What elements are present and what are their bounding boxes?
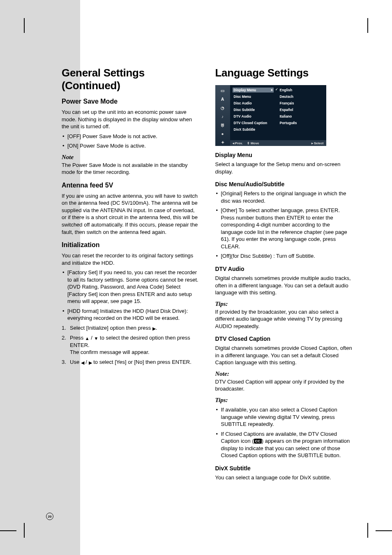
osd-footer: ◂ Prev. ⇕ Move ▸ Select <box>230 140 326 146</box>
osd-lang-item: Español <box>279 107 324 112</box>
paragraph: You can select a language code for DivX … <box>215 474 353 481</box>
note-label: Note <box>62 154 200 161</box>
paragraph: Digital channels sometimes provide multi… <box>215 275 353 296</box>
tips-body: If provided by the broadcaster, you can … <box>215 308 353 330</box>
list-item: [Off](for Disc Subtitle) : Turn off Subt… <box>215 252 353 260</box>
osd-icon-column: ▭ A ◔ ♪ ⛨ ● ✦ <box>215 85 230 146</box>
osd-lang-item: Français <box>279 101 324 106</box>
osd-screenshot: ▭ A ◔ ♪ ⛨ ● ✦ Display Menu Disc Menu Dis… <box>215 85 326 146</box>
step-number: 3. <box>62 358 66 366</box>
list-item: If available, you can also select a Clos… <box>215 406 353 428</box>
language-icon: A <box>220 96 226 102</box>
note-body: DTV Closed Caption will appear only if p… <box>215 378 353 393</box>
page-number: 20 <box>46 513 53 520</box>
cc-icon: CC <box>254 439 262 444</box>
tv-icon: ▭ <box>220 88 226 93</box>
crop-mark <box>0 530 16 531</box>
right-column: Language Settings ▭ A ◔ ♪ ⛨ ● ✦ Display … <box>215 67 353 483</box>
osd-menu-item: DTV Audio <box>233 114 274 119</box>
up-triangle-icon: ▲ <box>85 336 90 341</box>
step-number: 2. <box>62 334 66 342</box>
list-item: [HDD format] Initializes the HDD (Hard D… <box>62 308 200 322</box>
list-item: [ON] Power Save Mode is active. <box>62 142 200 150</box>
paragraph: If you are using an active antenna, you … <box>62 192 200 236</box>
osd-lang-item: Italiano <box>279 114 324 119</box>
osd-menu-list: Display Menu Disc Menu Disc Audio Disc S… <box>230 85 276 146</box>
lock-icon: ⛨ <box>220 122 226 128</box>
left-triangle-icon: ◀ <box>81 360 84 365</box>
step-item: 1. Select [Initialize] option then press… <box>62 324 200 332</box>
audio-icon: ♪ <box>220 113 226 119</box>
step-text: . <box>156 325 157 331</box>
crop-mark <box>376 530 392 531</box>
step-text: Use <box>70 359 81 365</box>
record-icon: ● <box>220 131 226 136</box>
right-triangle-icon: ▶ <box>89 360 92 365</box>
osd-lang-item: Deutsch <box>279 94 324 99</box>
step-text: The confirm message will appear. <box>70 349 150 355</box>
osd-footer-move: ⇕ Move <box>247 141 259 145</box>
tips-label: Tips: <box>215 397 353 404</box>
down-triangle-icon: ▼ <box>94 336 99 341</box>
step-text: / <box>90 335 94 341</box>
heading-dtv-cc: DTV Closed Caption <box>215 335 353 342</box>
tips-label: Tips: <box>215 301 353 308</box>
paragraph: You can set up the unit into an economic… <box>62 109 200 130</box>
section-title: General Settings (Continued) <box>62 67 200 92</box>
right-triangle-icon: ▶ <box>152 326 156 331</box>
osd-menu-item: DivX Subtitle <box>233 127 274 132</box>
osd-footer-prev: ◂ Prev. <box>233 141 243 145</box>
osd-menu-item: Disc Audio <box>233 101 274 106</box>
osd-footer-select: ▸ Select <box>311 141 324 145</box>
osd-language-list: English Deutsch Français Español Italian… <box>276 85 326 146</box>
page-content: General Settings (Continued) Power Save … <box>62 67 353 483</box>
step-text: Select [Initialize] option then press <box>70 325 152 331</box>
left-column: General Settings (Continued) Power Save … <box>62 67 200 483</box>
paragraph: Digital channels sometimes provide Close… <box>215 345 353 366</box>
crop-mark <box>367 18 368 33</box>
crop-mark <box>367 523 368 538</box>
list-item: [Factory Set] If you need to, you can re… <box>62 269 200 305</box>
heading-antenna: Antenna feed 5V <box>62 182 200 189</box>
heading-disc-menu: Disc Menu/Audio/Subtitle <box>215 181 353 187</box>
step-text: / <box>84 359 89 365</box>
heading-power-save: Power Save Mode <box>62 98 200 105</box>
list-item: [OFF] Power Save Mode is not active. <box>62 133 200 140</box>
list-item: If Closed Captions are available, the DT… <box>215 430 353 459</box>
osd-menu-item: Display Menu <box>233 88 274 92</box>
disc-icon: ◔ <box>220 105 226 111</box>
step-item: 3. Use ◀ / ▶ to select [Yes] or [No] the… <box>62 358 200 366</box>
section-title: Language Settings <box>215 67 353 79</box>
heading-display-menu: Display Menu <box>215 152 353 158</box>
list-item: [Original] Refers to the original langua… <box>215 190 353 204</box>
note-label: Note: <box>215 370 353 377</box>
paragraph: Select a language for the Setup menu and… <box>215 161 353 175</box>
osd-menu-item: DTV Closed Caption <box>233 120 274 125</box>
heading-initialization: Initialization <box>62 241 200 249</box>
crop-mark <box>24 18 25 33</box>
heading-divx: DivX Subtitle <box>215 465 353 472</box>
list-item: [Other] To select another language, pres… <box>215 207 353 250</box>
osd-menu-item: Disc Menu <box>233 94 274 99</box>
osd-lang-item: Português <box>279 120 324 125</box>
step-number: 1. <box>62 324 66 332</box>
osd-lang-item: English <box>279 88 324 92</box>
note-body: The Power Save Mode is not available in … <box>62 162 200 176</box>
heading-dtv-audio: DTV Audio <box>215 266 353 272</box>
step-item: 2. Press ▲ / ▼ to select the desired opt… <box>62 334 200 356</box>
crop-mark <box>24 523 25 538</box>
step-text: to select [Yes] or [No] then press ENTER… <box>92 359 191 365</box>
osd-menu-item: Disc Subtitle <box>233 107 274 112</box>
paragraph: You can reset the recorder to its origin… <box>62 252 200 266</box>
step-text: Press <box>70 335 85 341</box>
network-icon: ✦ <box>220 139 226 145</box>
